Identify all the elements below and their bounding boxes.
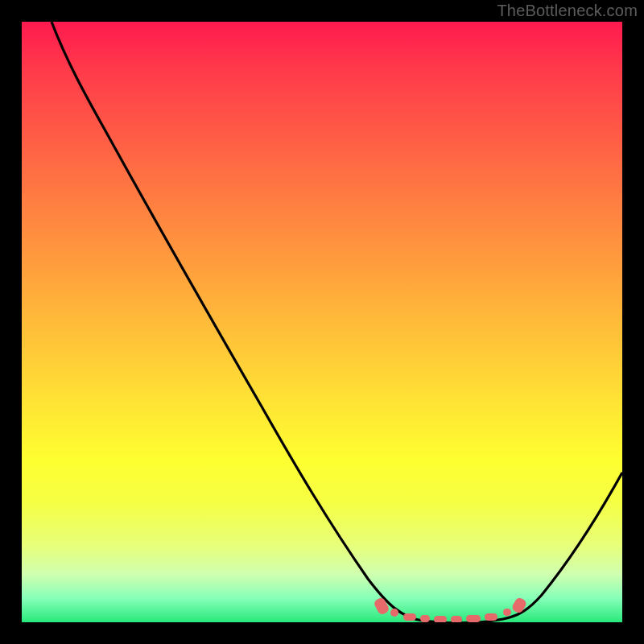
watermark-text: TheBottleneck.com [497, 2, 638, 20]
band-dot [403, 613, 416, 621]
chart-frame: TheBottleneck.com [0, 0, 644, 644]
bottleneck-curve [22, 22, 622, 622]
band-dot [503, 609, 511, 616]
band-dot [485, 613, 497, 621]
plot-area [22, 22, 622, 622]
band-dot [420, 615, 430, 622]
band-dot [390, 609, 398, 617]
curve-path [52, 22, 622, 622]
band-dot [434, 616, 447, 622]
band-dot [466, 615, 481, 622]
band-dot [451, 616, 462, 622]
